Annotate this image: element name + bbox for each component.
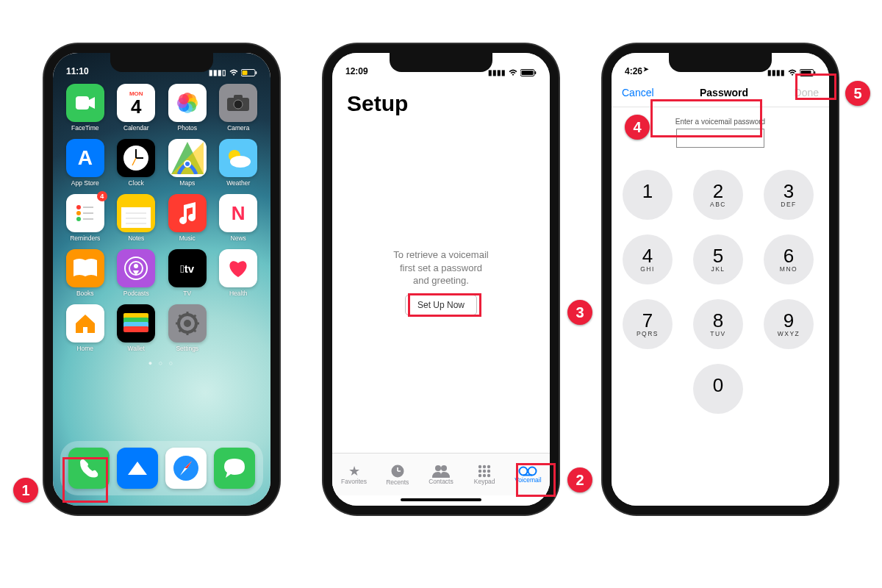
password-input[interactable] bbox=[676, 129, 764, 148]
app-label: Calendar bbox=[123, 124, 149, 132]
svg-point-64 bbox=[478, 469, 481, 472]
nav-title: Password bbox=[700, 87, 748, 98]
books-icon bbox=[66, 249, 104, 287]
svg-point-23 bbox=[76, 205, 81, 209]
svg-rect-14 bbox=[234, 95, 243, 99]
app-clock[interactable]: Clock bbox=[113, 139, 159, 187]
app-books[interactable]: Books bbox=[62, 249, 108, 297]
facetime-icon bbox=[66, 84, 104, 122]
svg-rect-54 bbox=[535, 71, 537, 74]
callout-2: 2 bbox=[567, 467, 592, 492]
contacts-icon bbox=[432, 465, 450, 478]
done-button[interactable]: Done bbox=[795, 87, 819, 98]
app-photos[interactable]: Photos bbox=[165, 84, 210, 132]
setup-title: Setup bbox=[332, 78, 550, 116]
svg-point-70 bbox=[520, 467, 528, 475]
app-label: Books bbox=[76, 290, 94, 297]
tab-keypad[interactable]: Keypad bbox=[465, 465, 504, 485]
svg-point-66 bbox=[487, 469, 490, 472]
svg-rect-2 bbox=[243, 71, 248, 75]
app-music[interactable]: Music bbox=[165, 194, 210, 242]
app-label: Camera bbox=[227, 124, 249, 132]
recents-icon bbox=[390, 464, 405, 478]
app-weather[interactable]: Weather bbox=[215, 139, 261, 187]
svg-point-65 bbox=[483, 469, 486, 472]
keypad-8[interactable]: 8TUV bbox=[693, 299, 743, 349]
app-app-store[interactable]: AApp Store bbox=[62, 139, 108, 187]
app-home[interactable]: Home bbox=[62, 304, 108, 352]
status-time: 11:10 bbox=[66, 66, 89, 76]
svg-point-11 bbox=[179, 94, 189, 104]
app-calendar[interactable]: MON4Calendar bbox=[113, 84, 159, 132]
maps-icon bbox=[168, 139, 207, 177]
battery-icon bbox=[241, 69, 257, 76]
set-up-now-button[interactable]: Set Up Now bbox=[405, 295, 477, 315]
svg-line-50 bbox=[193, 315, 196, 318]
svg-point-62 bbox=[483, 465, 486, 467]
callout-5: 5 bbox=[845, 81, 870, 106]
callout-1: 1 bbox=[13, 478, 38, 503]
svg-point-21 bbox=[230, 156, 251, 168]
number-keypad: 1 2ABC3DEF4GHI5JKL6MNO7PQRS8TUV9WXYZ0 bbox=[612, 170, 829, 418]
tab-favorites[interactable]: ★Favorites bbox=[334, 465, 374, 485]
svg-point-42 bbox=[184, 320, 191, 327]
keypad-9[interactable]: 9WXYZ bbox=[764, 299, 814, 349]
dock-app-safari[interactable] bbox=[165, 448, 207, 489]
status-icons: ▮▮▮▯ bbox=[209, 68, 257, 76]
app-label: Weather bbox=[226, 179, 250, 187]
signal-icon: ▮▮▮▮ bbox=[488, 68, 506, 76]
cancel-button[interactable]: Cancel bbox=[622, 87, 654, 98]
news-icon: N bbox=[219, 194, 257, 232]
tab-voicemail[interactable]: Voicemail bbox=[508, 466, 548, 484]
app-tv[interactable]: tvTV bbox=[165, 249, 210, 297]
clock-icon bbox=[117, 139, 155, 177]
keypad-4[interactable]: 4GHI bbox=[623, 234, 673, 284]
wallet-icon bbox=[117, 304, 155, 343]
app-settings[interactable]: Settings bbox=[165, 304, 210, 352]
app-store-icon: A bbox=[66, 139, 104, 177]
dock-app-messages[interactable] bbox=[214, 448, 255, 489]
app-reminders[interactable]: 4Reminders bbox=[62, 194, 108, 242]
keypad-2[interactable]: 2ABC bbox=[693, 170, 743, 220]
app-facetime[interactable]: FaceTime bbox=[62, 84, 108, 132]
svg-point-13 bbox=[234, 100, 243, 109]
app-notes[interactable]: Notes bbox=[113, 194, 159, 242]
app-label: Home bbox=[76, 345, 93, 352]
phone-voicemail-setup: 12:09 ▮▮▮▮ Setup To retrieve a voicemail… bbox=[323, 44, 559, 514]
dock-app-mail[interactable] bbox=[117, 448, 158, 489]
weather-icon bbox=[219, 139, 257, 177]
app-health[interactable]: Health bbox=[215, 249, 261, 297]
home-indicator[interactable] bbox=[401, 498, 481, 501]
keypad-3[interactable]: 3DEF bbox=[764, 170, 814, 220]
svg-point-63 bbox=[487, 465, 490, 467]
keypad-1[interactable]: 1 bbox=[623, 170, 673, 220]
svg-rect-3 bbox=[76, 96, 89, 110]
voicemail-icon bbox=[518, 466, 537, 476]
svg-point-60 bbox=[441, 465, 447, 471]
battery-icon bbox=[800, 69, 816, 76]
svg-point-61 bbox=[478, 465, 481, 467]
dock-app-phone[interactable] bbox=[68, 448, 110, 489]
wifi-icon bbox=[509, 69, 517, 76]
keypad-6[interactable]: 6MNO bbox=[764, 234, 814, 284]
app-camera[interactable]: Camera bbox=[215, 84, 261, 132]
app-label: App Store bbox=[71, 179, 99, 187]
app-news[interactable]: NNews bbox=[215, 194, 261, 242]
notch bbox=[669, 53, 772, 72]
app-label: Photos bbox=[178, 124, 197, 132]
notes-icon bbox=[117, 194, 155, 232]
favorites-icon: ★ bbox=[348, 465, 360, 478]
app-podcasts[interactable]: Podcasts bbox=[113, 249, 159, 297]
app-maps[interactable]: Maps bbox=[165, 139, 210, 187]
notch bbox=[390, 53, 492, 72]
tab-recents[interactable]: Recents bbox=[378, 464, 417, 486]
app-label: Podcasts bbox=[123, 290, 149, 297]
music-icon bbox=[168, 194, 207, 232]
app-wallet[interactable]: Wallet bbox=[113, 304, 159, 352]
tab-contacts[interactable]: Contacts bbox=[421, 465, 461, 485]
app-label: News bbox=[231, 234, 246, 242]
keypad-5[interactable]: 5JKL bbox=[693, 234, 743, 284]
keypad-7[interactable]: 7PQRS bbox=[623, 299, 673, 349]
keypad-0[interactable]: 0 bbox=[693, 364, 743, 414]
app-label: Settings bbox=[176, 345, 198, 352]
